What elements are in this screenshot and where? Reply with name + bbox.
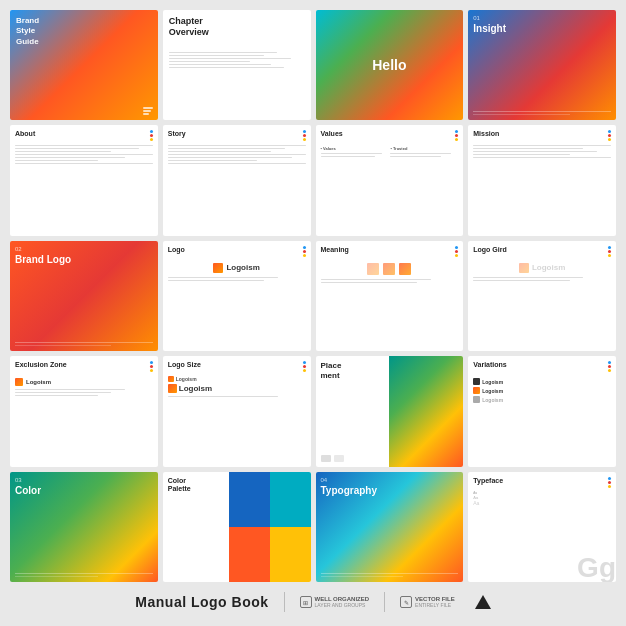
slide-about[interactable]: About <box>10 125 158 235</box>
slide-color-section[interactable]: 03 Color <box>10 472 158 582</box>
color-title: Color <box>15 485 41 496</box>
insight-number: 01 <box>473 15 480 21</box>
slide-chapter-overview[interactable]: Chapter Overview <box>163 10 311 120</box>
logo-gird-title: Logo Gird <box>473 246 506 254</box>
brand-logo-title: Brand Logo <box>15 254 71 265</box>
slide-grid: Brand Style Guide Chapter Overview Hello <box>10 10 616 582</box>
story-title: Story <box>168 130 186 138</box>
logo-title: Logo <box>168 246 185 254</box>
footer-badge-vector: ✎ VECTOR FILE ENTIRELY FILE <box>400 596 455 608</box>
slide-mission[interactable]: Mission <box>468 125 616 235</box>
typography-num: 04 <box>321 477 328 483</box>
variations-title: Variations <box>473 361 506 369</box>
slide-typeface[interactable]: Typeface Aa Aa Aa Gg <box>468 472 616 582</box>
meaning-title: Meaning <box>321 246 349 254</box>
bsg-title: Brand Style Guide <box>16 16 39 47</box>
slide-logo-size[interactable]: Logo Size Logoism Logoism <box>163 356 311 466</box>
slide-hello[interactable]: Hello <box>316 10 464 120</box>
footer-divider <box>284 592 285 612</box>
typeface-title: Typeface <box>473 477 503 485</box>
exclusion-title: Exclusion Zone <box>15 361 67 369</box>
footer-icon-organized: ⊞ <box>300 596 312 608</box>
slide-color-palette[interactable]: Color Palette <box>163 472 311 582</box>
hello-text: Hello <box>372 57 406 73</box>
slide-insight[interactable]: 01 Insight <box>468 10 616 120</box>
slide-brand-logo-section[interactable]: 02 Brand Logo <box>10 241 158 351</box>
color-blocks <box>229 472 310 582</box>
placement-title: Place ment <box>321 361 342 380</box>
footer-title: Manual Logo Book <box>135 594 268 610</box>
slide-logo-gird[interactable]: Logo Gird Logoism <box>468 241 616 351</box>
badge1-sub: LAYER AND GROUPS <box>315 602 370 608</box>
slide-typography-section[interactable]: 04 Typography <box>316 472 464 582</box>
placement-gradient <box>389 356 463 466</box>
chapter-title: Chapter Overview <box>169 16 305 38</box>
slide-meaning[interactable]: Meaning <box>316 241 464 351</box>
about-title: About <box>15 130 35 138</box>
footer: Manual Logo Book ⊞ WELL ORGANIZED LAYER … <box>10 588 616 616</box>
main-container: Brand Style Guide Chapter Overview Hello <box>0 0 626 626</box>
slide-story[interactable]: Story <box>163 125 311 235</box>
slide-brand-style-guide[interactable]: Brand Style Guide <box>10 10 158 120</box>
footer-divider2 <box>384 592 385 612</box>
footer-icon-vector: ✎ <box>400 596 412 608</box>
color-num: 03 <box>15 477 22 483</box>
badge2-sub: ENTIRELY FILE <box>415 602 455 608</box>
mission-title: Mission <box>473 130 499 138</box>
typeface-big-letter: Gg <box>577 554 616 582</box>
footer-triangle <box>475 595 491 609</box>
footer-badge-organized: ⊞ WELL ORGANIZED LAYER AND GROUPS <box>300 596 370 608</box>
logo-size-title: Logo Size <box>168 361 201 369</box>
insight-title: Insight <box>473 23 506 34</box>
brand-logo-num: 02 <box>15 246 22 252</box>
slide-logo[interactable]: Logo Logoism <box>163 241 311 351</box>
slide-exclusion-zone[interactable]: Exclusion Zone Logoism <box>10 356 158 466</box>
typography-title: Typography <box>321 485 377 496</box>
slide-values[interactable]: Values • Values • Trusted <box>316 125 464 235</box>
bsg-icon <box>143 107 153 115</box>
slide-placement[interactable]: Place ment <box>316 356 464 466</box>
slide-variations[interactable]: Variations Logoism Logoism <box>468 356 616 466</box>
values-title: Values <box>321 130 343 138</box>
